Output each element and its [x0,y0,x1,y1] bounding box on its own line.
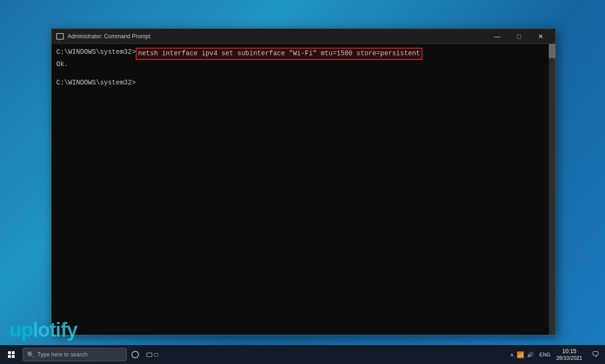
cmd-titlebar: Administrator: Command Prompt — □ ✕ [52,29,555,44]
search-icon: 🔍 [27,351,35,358]
window-controls: — □ ✕ [486,29,552,44]
search-placeholder-text: Type here to search [37,351,87,358]
task-view-button[interactable] [144,345,161,364]
wifi-icon: 📶 [517,351,524,358]
maximize-button[interactable]: □ [508,29,530,44]
cmd-terminal-content[interactable]: C:\WINDOWS\system32>netsh interface ipv4… [52,44,549,335]
system-tray: ∧ 📶 🔊 ENG 10:15 28/10/2021 🗨 [506,345,605,364]
notification-center-button[interactable]: 🗨 [588,345,603,364]
cmd-window: Administrator: Command Prompt — □ ✕ C:\W… [51,28,556,335]
clock-time: 10:15 [562,348,576,355]
cmd-output-ok: Ok. [56,60,68,69]
cortana-button[interactable] [127,345,144,364]
cmd-body: C:\WINDOWS\system32>netsh interface ipv4… [52,44,555,335]
start-button[interactable] [0,345,23,364]
close-button[interactable]: ✕ [530,29,552,44]
desktop: Administrator: Command Prompt — □ ✕ C:\W… [0,0,605,364]
system-clock[interactable]: 10:15 28/10/2021 [553,345,586,364]
cmd-line-blank [56,69,545,78]
start-icon [8,351,15,358]
watermark: uplotify [9,319,78,341]
volume-icon: 🔊 [527,352,534,358]
taskbar: 🔍 Type here to search ∧ 📶 🔊 ENG 10:15 [0,345,605,364]
notification-icon: 🗨 [592,350,599,359]
cortana-icon [131,351,139,358]
cmd-line-output: Ok. [56,60,545,69]
cmd-prompt-1: C:\WINDOWS\system32> [56,48,136,60]
tray-icons-group: ∧ 📶 🔊 [506,351,537,358]
watermark-lotify: lotify [33,319,77,341]
cmd-line-2: C:\WINDOWS\system32> [56,78,545,88]
cmd-command: netsh interface ipv4 set subinterface "W… [136,48,423,60]
cmd-line-1: C:\WINDOWS\system32>netsh interface ipv4… [56,48,545,60]
taskbar-search-bar[interactable]: 🔍 Type here to search [23,348,127,361]
chevron-up-icon[interactable]: ∧ [510,352,514,358]
language-indicator: ENG [539,352,551,357]
cmd-scrollbar[interactable] [549,44,555,335]
scrollbar-thumb[interactable] [549,44,555,58]
cmd-window-title: Administrator: Command Prompt [68,33,486,40]
cmd-app-icon [55,32,65,41]
task-view-icon [147,353,158,357]
cmd-prompt-2: C:\WINDOWS\system32> [56,78,136,88]
watermark-up: up [9,319,33,341]
clock-date: 28/10/2021 [556,355,582,361]
minimize-button[interactable]: — [486,29,508,44]
